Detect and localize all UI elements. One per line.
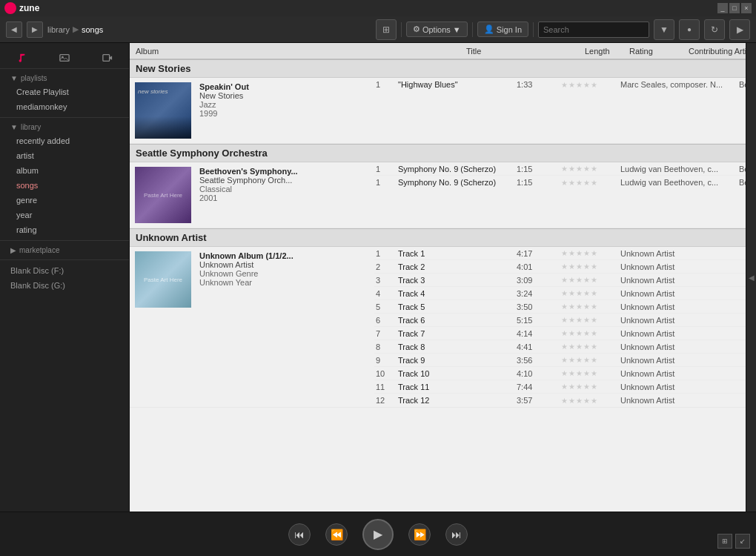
back-button[interactable]: ◀ [6,21,22,38]
table-row[interactable]: 1Track 14:17★★★★★Unknown Artist [374,247,746,260]
play-pause-button[interactable]: ▶ [362,519,394,550]
playlists-header[interactable]: ▼ playlists [0,72,129,85]
star-1[interactable]: ★ [561,369,568,377]
track-rating[interactable]: ★★★★★ [561,342,620,351]
star-5[interactable]: ★ [591,276,597,284]
star-5[interactable]: ★ [591,329,597,337]
sidebar-item-mediamonkey[interactable]: mediamonkey [0,99,129,114]
track-rating[interactable]: ★★★★★ [561,289,620,297]
close-button[interactable]: × [741,3,752,13]
marketplace-header[interactable]: ▶ marketplace [0,244,129,257]
star-1[interactable]: ★ [561,383,568,391]
sidebar-item-recently-added[interactable]: recently added [0,133,129,148]
col-header-album[interactable]: Album [133,47,444,56]
album-art-unknown[interactable]: Paste Art Here [135,251,191,308]
star-1[interactable]: ★ [561,249,568,257]
table-row[interactable]: 10Track 104:10★★★★★Unknown Artist [374,367,746,380]
star-5[interactable]: ★ [591,179,597,187]
star-3[interactable]: ★ [576,329,583,337]
star-4[interactable]: ★ [583,302,590,311]
prev-button[interactable]: ⏪ [325,523,348,546]
table-row[interactable]: 1 Symphony No. 9 (Scherzo) 1:15 ★★★★★ Lu… [374,176,746,189]
star-3[interactable]: ★ [576,165,583,173]
star-2[interactable]: ★ [568,397,575,405]
star-1[interactable]: ★ [561,329,568,337]
sidebar-tab-music[interactable] [0,47,43,68]
star-5[interactable]: ★ [591,356,597,364]
star-5[interactable]: ★ [591,397,597,405]
breadcrumb-library[interactable]: library [47,25,70,34]
forward-button[interactable]: ▶ [27,21,43,38]
star-5[interactable]: ★ [591,262,597,271]
star-2[interactable]: ★ [568,262,575,271]
star-1[interactable]: ★ [561,81,568,89]
star-3[interactable]: ★ [576,276,583,284]
track-rating[interactable]: ★★★★★ [561,316,620,324]
table-row[interactable]: 6Track 65:15★★★★★Unknown Artist [374,314,746,327]
star-2[interactable]: ★ [568,249,575,257]
star-4[interactable]: ★ [583,289,590,297]
signin-button[interactable]: 👤 Sign In [477,21,528,37]
star-3[interactable]: ★ [576,262,583,271]
extra-btn-2[interactable]: ↙ [735,534,750,549]
star-3[interactable]: ★ [576,397,583,405]
star-5[interactable]: ★ [591,289,597,297]
sidebar-tab-video[interactable] [86,47,129,68]
sidebar-item-songs[interactable]: songs [0,178,129,193]
sidebar-item-year[interactable]: year [0,208,129,222]
sidebar-item-album[interactable]: album [0,163,129,178]
maximize-button[interactable]: □ [729,3,740,13]
star-3[interactable]: ★ [576,369,583,377]
star-3[interactable]: ★ [576,316,583,324]
track-rating[interactable]: ★★★★★ [561,383,620,391]
star-1[interactable]: ★ [561,356,568,364]
track-rating[interactable]: ★★★★★ [561,356,620,364]
star-4[interactable]: ★ [583,81,590,89]
star-4[interactable]: ★ [583,179,590,187]
play-button[interactable]: ▶ [729,19,750,40]
table-row[interactable]: 4Track 43:24★★★★★Unknown Artist [374,287,746,300]
search-go-button[interactable]: ▼ [654,19,674,40]
star-1[interactable]: ★ [561,316,568,324]
track-rating[interactable]: ★★★★★ [561,329,620,337]
star-5[interactable]: ★ [591,249,597,257]
star-5[interactable]: ★ [591,342,597,351]
table-row[interactable]: 5Track 53:50★★★★★Unknown Artist [374,300,746,314]
sidebar-item-artist[interactable]: artist [0,148,129,163]
layout-button[interactable]: ⊞ [376,19,397,40]
track-rating[interactable]: ★ ★ ★ ★ ★ [561,81,620,89]
star-4[interactable]: ★ [583,276,590,284]
star-5[interactable]: ★ [591,165,597,173]
right-panel-toggle[interactable]: ◀ [749,274,755,282]
col-header-title[interactable]: Title [466,47,585,56]
track-rating[interactable]: ★★★★★ [561,179,620,187]
star-2[interactable]: ★ [568,356,575,364]
extra-btn-1[interactable]: ⊞ [717,534,732,549]
star-2[interactable]: ★ [568,276,575,284]
track-rating[interactable]: ★★★★★ [561,262,620,271]
table-row[interactable]: 12Track 123:57★★★★★Unknown Artist [374,394,746,407]
star-3[interactable]: ★ [576,179,583,187]
burn-button[interactable]: ● [679,19,700,40]
star-4[interactable]: ★ [583,165,590,173]
star-2[interactable]: ★ [568,316,575,324]
table-row[interactable]: 2Track 24:01★★★★★Unknown Artist [374,260,746,274]
table-row[interactable]: 1 Symphony No. 9 (Scherzo) 1:15 ★★★★★ Lu… [374,162,746,176]
track-rating[interactable]: ★★★★★ [561,276,620,284]
window-controls[interactable]: _ □ × [717,3,752,13]
table-row[interactable]: 1 "Highway Blues" 1:33 ★ ★ ★ ★ ★ Marc Se… [374,78,746,91]
sidebar-item-blank-disc-g[interactable]: Blank Disc (G:) [0,278,129,293]
star-5[interactable]: ★ [591,81,597,89]
options-button[interactable]: ⚙ Options ▼ [406,21,468,37]
star-2[interactable]: ★ [568,369,575,377]
track-rating[interactable]: ★★★★★ [561,369,620,377]
star-3[interactable]: ★ [576,289,583,297]
table-row[interactable]: 11Track 117:44★★★★★Unknown Artist [374,380,746,394]
star-1[interactable]: ★ [561,302,568,311]
album-art-seattle[interactable]: Paste Art Here [135,167,191,223]
star-4[interactable]: ★ [583,369,590,377]
sidebar-item-blank-disc-f[interactable]: Blank Disc (F:) [0,263,129,278]
sidebar-item-create-playlist[interactable]: Create Playlist [0,85,129,99]
star-5[interactable]: ★ [591,369,597,377]
star-2[interactable]: ★ [568,165,575,173]
